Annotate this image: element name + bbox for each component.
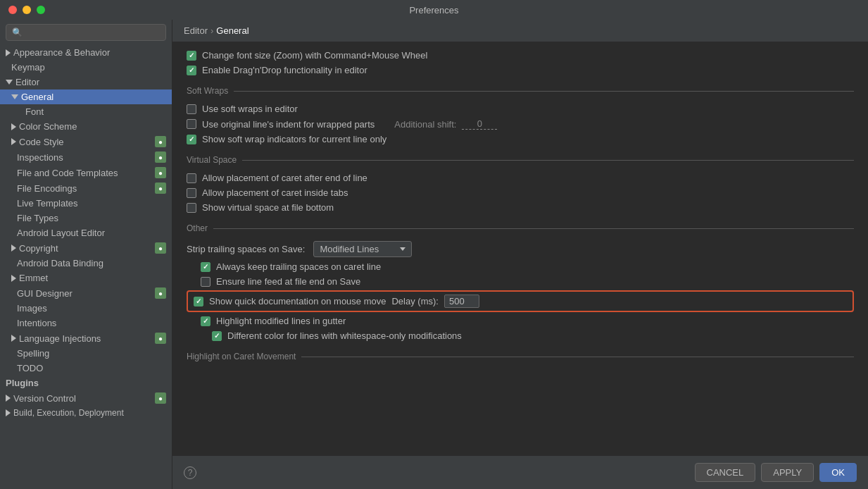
virtual-space-title: Virtual Space <box>187 155 854 165</box>
sidebar-item-emmet[interactable]: Emmet <box>0 271 172 285</box>
delay-value[interactable]: 500 <box>444 295 479 308</box>
strip-trailing-dropdown[interactable]: Modified Lines <box>313 241 412 257</box>
highlight-caret-section: Highlight on Caret Movement <box>187 352 854 361</box>
footer: ? CANCEL APPLY OK <box>172 455 868 489</box>
sidebar-item-file-templates[interactable]: File and Code Templates ● <box>0 165 172 180</box>
checkbox-quick-doc[interactable] <box>194 297 203 307</box>
sidebar-item-label: Plugins <box>6 378 39 388</box>
sidebar-item-file-types[interactable]: File Types <box>0 211 172 225</box>
sidebar-item-live-templates[interactable]: Live Templates <box>0 196 172 211</box>
sidebar-item-general[interactable]: General <box>0 89 172 104</box>
checkbox-show-indicators[interactable] <box>187 135 196 144</box>
sidebar-item-intentions[interactable]: Intentions <box>0 316 172 330</box>
sidebar-item-label: Build, Execution, Deployment <box>13 408 124 418</box>
label-change-font: Change font size (Zoom) with Command+Mou… <box>202 50 427 61</box>
label-show-indicators: Show soft wrap indicators for current li… <box>202 134 386 144</box>
sidebar-item-label: Android Data Binding <box>17 258 103 268</box>
sidebar-item-label: TODO <box>17 363 43 373</box>
dropdown-value: Modified Lines <box>320 244 379 254</box>
sidebar-item-label: File Encodings <box>17 183 77 194</box>
title-bar: Preferences <box>0 0 868 20</box>
sidebar-item-gui-designer[interactable]: GUI Designer ● <box>0 285 172 301</box>
option-different-color: Different color for lines with whitespac… <box>187 328 854 343</box>
delay-label: Delay (ms): <box>391 296 438 307</box>
maximize-button[interactable] <box>37 6 45 14</box>
above-fold-section: Change font size (Zoom) with Command+Mou… <box>187 48 854 78</box>
sidebar-item-todo[interactable]: TODO <box>0 361 172 376</box>
sidebar-item-label: Android Layout Editor <box>17 228 105 238</box>
sidebar-item-inspections[interactable]: Inspections ● <box>0 149 172 165</box>
sidebar-item-images[interactable]: Images <box>0 301 172 316</box>
sidebar: 🔍 Appearance & Behavior Keymap Editor Ge… <box>0 20 172 489</box>
search-input[interactable] <box>27 27 160 37</box>
sidebar-item-file-encodings[interactable]: File Encodings ● <box>0 180 172 196</box>
checkbox-caret-end[interactable] <box>187 173 196 183</box>
sidebar-item-color-scheme[interactable]: Color Scheme <box>0 119 172 134</box>
checkbox-different-color[interactable] <box>212 331 222 341</box>
additional-shift-label: Additional shift: <box>394 119 456 130</box>
additional-shift-input[interactable] <box>462 118 497 130</box>
label-caret-end: Allow placement of caret after end of li… <box>202 173 367 183</box>
checkbox-ensure-linefeed[interactable] <box>201 277 210 287</box>
sidebar-item-version-control[interactable]: Version Control ● <box>0 390 172 406</box>
checkbox-dragndrop[interactable] <box>187 66 196 75</box>
sidebar-item-label: General <box>21 92 54 102</box>
label-quick-doc: Show quick documentation on mouse move <box>209 296 386 307</box>
sidebar-item-label: Spelling <box>17 348 49 359</box>
minimize-button[interactable] <box>23 6 31 14</box>
sidebar-item-keymap[interactable]: Keymap <box>0 60 172 75</box>
option-quick-doc-row: Show quick documentation on mouse move D… <box>187 290 854 312</box>
sidebar-item-label: Keymap <box>11 62 45 73</box>
search-box[interactable]: 🔍 <box>6 24 166 41</box>
breadcrumb-editor: Editor <box>184 25 208 36</box>
sidebar-item-label: Images <box>17 303 47 314</box>
checkbox-caret-tabs[interactable] <box>187 188 196 198</box>
option-virtual-space: Show virtual space at file bottom <box>187 200 854 215</box>
sidebar-item-appearance[interactable]: Appearance & Behavior <box>0 45 172 60</box>
checkbox-use-soft-wraps[interactable] <box>187 104 196 114</box>
apply-button[interactable]: APPLY <box>761 463 814 482</box>
sidebar-item-label: Appearance & Behavior <box>13 47 110 58</box>
sidebar-item-language-injections[interactable]: Language Injections ● <box>0 330 172 346</box>
sidebar-item-plugins[interactable]: Plugins <box>0 376 172 390</box>
sidebar-item-label: Font <box>25 106 44 117</box>
expand-icon <box>11 94 18 99</box>
sidebar-item-label: Live Templates <box>17 198 77 209</box>
checkbox-virtual-space[interactable] <box>187 203 196 213</box>
option-keep-trailing: Always keep trailing spaces on caret lin… <box>187 259 854 274</box>
sidebar-item-copyright[interactable]: Copyright ● <box>0 240 172 256</box>
content-scroll: Change font size (Zoom) with Command+Mou… <box>172 42 868 455</box>
sidebar-item-editor[interactable]: Editor <box>0 75 172 89</box>
sidebar-item-label: GUI Designer <box>17 288 73 299</box>
cancel-button[interactable]: CANCEL <box>695 463 756 482</box>
sidebar-item-label: File Types <box>17 213 58 223</box>
checkbox-highlight-modified[interactable] <box>201 316 210 326</box>
sidebar-item-build[interactable]: Build, Execution, Deployment <box>0 406 172 420</box>
virtual-space-section: Virtual Space Allow placement of caret a… <box>187 155 854 215</box>
sidebar-item-android-layout[interactable]: Android Layout Editor <box>0 225 172 240</box>
option-caret-end: Allow placement of caret after end of li… <box>187 171 854 185</box>
expand-icon <box>11 123 16 130</box>
option-ensure-linefeed: Ensure line feed at file end on Save <box>187 274 854 289</box>
modified-badge: ● <box>155 392 166 404</box>
help-button[interactable]: ? <box>184 466 196 479</box>
sidebar-item-code-style[interactable]: Code Style ● <box>0 134 172 149</box>
checkbox-change-font[interactable] <box>187 51 196 61</box>
sidebar-item-android-data[interactable]: Android Data Binding <box>0 256 172 271</box>
label-keep-trailing: Always keep trailing spaces on caret lin… <box>216 261 381 272</box>
sidebar-item-label: Version Control <box>13 393 76 404</box>
other-title: Other <box>187 223 854 233</box>
label-highlight-modified: Highlight modified lines in gutter <box>216 316 346 326</box>
label-caret-tabs: Allow placement of caret inside tabs <box>202 187 348 198</box>
modified-badge: ● <box>155 151 166 163</box>
sidebar-item-label: Emmet <box>19 273 48 283</box>
expand-icon <box>6 409 11 416</box>
checkbox-original-indent[interactable] <box>187 119 196 129</box>
strip-trailing-row: Strip trailing spaces on Save: Modified … <box>187 239 854 259</box>
checkbox-keep-trailing[interactable] <box>201 262 210 272</box>
sidebar-item-spelling[interactable]: Spelling <box>0 346 172 361</box>
ok-button[interactable]: OK <box>819 463 857 482</box>
sidebar-item-font[interactable]: Font <box>0 104 172 119</box>
close-button[interactable] <box>8 6 17 14</box>
highlight-caret-title: Highlight on Caret Movement <box>187 352 854 361</box>
